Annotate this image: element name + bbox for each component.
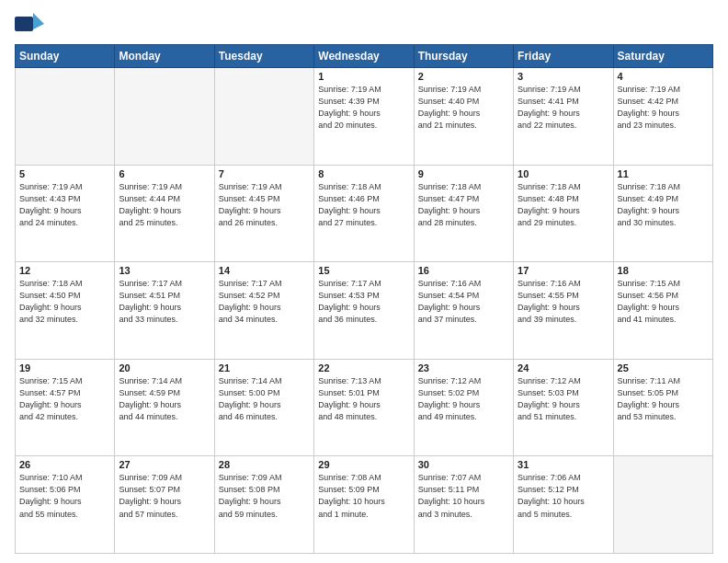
day-number: 22 bbox=[318, 362, 409, 373]
page-header bbox=[15, 11, 713, 37]
day-number: 29 bbox=[318, 459, 409, 470]
calendar-cell: 5Sunrise: 7:19 AM Sunset: 4:43 PM Daylig… bbox=[16, 165, 115, 262]
day-info: Sunrise: 7:18 AM Sunset: 4:46 PM Dayligh… bbox=[318, 181, 409, 229]
calendar-cell: 8Sunrise: 7:18 AM Sunset: 4:46 PM Daylig… bbox=[314, 165, 414, 262]
calendar-header-row: SundayMondayTuesdayWednesdayThursdayFrid… bbox=[16, 45, 713, 68]
weekday-header-sunday: Sunday bbox=[16, 45, 115, 68]
day-number: 25 bbox=[618, 362, 709, 373]
calendar-cell: 28Sunrise: 7:09 AM Sunset: 5:08 PM Dayli… bbox=[214, 456, 313, 554]
calendar-cell: 20Sunrise: 7:14 AM Sunset: 4:59 PM Dayli… bbox=[115, 359, 214, 456]
day-info: Sunrise: 7:16 AM Sunset: 4:55 PM Dayligh… bbox=[518, 278, 609, 326]
calendar-cell: 24Sunrise: 7:12 AM Sunset: 5:03 PM Dayli… bbox=[514, 359, 613, 456]
day-number: 27 bbox=[119, 459, 210, 470]
day-info: Sunrise: 7:19 AM Sunset: 4:43 PM Dayligh… bbox=[19, 181, 110, 229]
calendar-cell bbox=[214, 68, 313, 166]
calendar-cell bbox=[16, 68, 115, 166]
calendar-cell: 2Sunrise: 7:19 AM Sunset: 4:40 PM Daylig… bbox=[414, 68, 513, 166]
day-info: Sunrise: 7:19 AM Sunset: 4:45 PM Dayligh… bbox=[219, 181, 310, 229]
svg-marker-1 bbox=[33, 13, 44, 29]
calendar-cell bbox=[613, 456, 712, 554]
logo-icon bbox=[15, 11, 44, 37]
calendar-cell: 10Sunrise: 7:18 AM Sunset: 4:48 PM Dayli… bbox=[514, 165, 613, 262]
calendar-week-row: 12Sunrise: 7:18 AM Sunset: 4:50 PM Dayli… bbox=[16, 262, 713, 360]
calendar-week-row: 5Sunrise: 7:19 AM Sunset: 4:43 PM Daylig… bbox=[16, 165, 713, 262]
day-info: Sunrise: 7:12 AM Sunset: 5:02 PM Dayligh… bbox=[418, 375, 509, 423]
day-number: 19 bbox=[19, 362, 110, 373]
calendar-cell: 26Sunrise: 7:10 AM Sunset: 5:06 PM Dayli… bbox=[16, 456, 115, 554]
calendar-body: 1Sunrise: 7:19 AM Sunset: 4:39 PM Daylig… bbox=[16, 68, 713, 554]
calendar-cell: 18Sunrise: 7:15 AM Sunset: 4:56 PM Dayli… bbox=[613, 262, 712, 360]
calendar-cell: 31Sunrise: 7:06 AM Sunset: 5:12 PM Dayli… bbox=[514, 456, 613, 554]
weekday-header-friday: Friday bbox=[514, 45, 613, 68]
day-number: 15 bbox=[318, 265, 409, 276]
weekday-header-saturday: Saturday bbox=[613, 45, 712, 68]
day-info: Sunrise: 7:19 AM Sunset: 4:40 PM Dayligh… bbox=[418, 84, 509, 132]
day-info: Sunrise: 7:19 AM Sunset: 4:39 PM Dayligh… bbox=[318, 84, 409, 132]
day-info: Sunrise: 7:18 AM Sunset: 4:47 PM Dayligh… bbox=[418, 181, 509, 229]
svg-rect-0 bbox=[15, 17, 33, 31]
day-number: 1 bbox=[318, 71, 409, 82]
day-number: 24 bbox=[518, 362, 609, 373]
day-info: Sunrise: 7:19 AM Sunset: 4:41 PM Dayligh… bbox=[518, 84, 609, 132]
calendar-cell: 30Sunrise: 7:07 AM Sunset: 5:11 PM Dayli… bbox=[414, 456, 513, 554]
day-info: Sunrise: 7:09 AM Sunset: 5:08 PM Dayligh… bbox=[219, 472, 310, 520]
day-number: 3 bbox=[518, 71, 609, 82]
day-number: 14 bbox=[219, 265, 310, 276]
day-info: Sunrise: 7:18 AM Sunset: 4:49 PM Dayligh… bbox=[618, 181, 709, 229]
calendar-week-row: 1Sunrise: 7:19 AM Sunset: 4:39 PM Daylig… bbox=[16, 68, 713, 166]
calendar-cell: 25Sunrise: 7:11 AM Sunset: 5:05 PM Dayli… bbox=[613, 359, 712, 456]
day-number: 2 bbox=[418, 71, 509, 82]
day-info: Sunrise: 7:14 AM Sunset: 4:59 PM Dayligh… bbox=[119, 375, 210, 423]
day-number: 7 bbox=[219, 168, 310, 179]
day-number: 16 bbox=[418, 265, 509, 276]
day-number: 5 bbox=[19, 168, 110, 179]
day-info: Sunrise: 7:19 AM Sunset: 4:42 PM Dayligh… bbox=[618, 84, 709, 132]
calendar-page: SundayMondayTuesdayWednesdayThursdayFrid… bbox=[0, 0, 728, 563]
calendar-cell: 29Sunrise: 7:08 AM Sunset: 5:09 PM Dayli… bbox=[314, 456, 414, 554]
calendar-cell: 12Sunrise: 7:18 AM Sunset: 4:50 PM Dayli… bbox=[16, 262, 115, 360]
day-number: 6 bbox=[119, 168, 210, 179]
calendar-cell: 16Sunrise: 7:16 AM Sunset: 4:54 PM Dayli… bbox=[414, 262, 513, 360]
day-number: 9 bbox=[418, 168, 509, 179]
day-number: 12 bbox=[19, 265, 110, 276]
calendar-cell: 21Sunrise: 7:14 AM Sunset: 5:00 PM Dayli… bbox=[214, 359, 313, 456]
calendar-cell: 22Sunrise: 7:13 AM Sunset: 5:01 PM Dayli… bbox=[314, 359, 414, 456]
day-number: 26 bbox=[19, 459, 110, 470]
day-info: Sunrise: 7:13 AM Sunset: 5:01 PM Dayligh… bbox=[318, 375, 409, 423]
day-info: Sunrise: 7:10 AM Sunset: 5:06 PM Dayligh… bbox=[19, 472, 110, 520]
calendar-week-row: 26Sunrise: 7:10 AM Sunset: 5:06 PM Dayli… bbox=[16, 456, 713, 554]
day-info: Sunrise: 7:17 AM Sunset: 4:52 PM Dayligh… bbox=[219, 278, 310, 326]
day-number: 11 bbox=[618, 168, 709, 179]
day-info: Sunrise: 7:08 AM Sunset: 5:09 PM Dayligh… bbox=[318, 472, 409, 520]
day-number: 10 bbox=[518, 168, 609, 179]
weekday-header-thursday: Thursday bbox=[414, 45, 513, 68]
calendar-cell: 13Sunrise: 7:17 AM Sunset: 4:51 PM Dayli… bbox=[115, 262, 214, 360]
weekday-header-monday: Monday bbox=[115, 45, 214, 68]
day-info: Sunrise: 7:18 AM Sunset: 4:48 PM Dayligh… bbox=[518, 181, 609, 229]
calendar-cell: 3Sunrise: 7:19 AM Sunset: 4:41 PM Daylig… bbox=[514, 68, 613, 166]
weekday-header-tuesday: Tuesday bbox=[214, 45, 313, 68]
day-info: Sunrise: 7:07 AM Sunset: 5:11 PM Dayligh… bbox=[418, 472, 509, 520]
day-number: 18 bbox=[618, 265, 709, 276]
calendar-week-row: 19Sunrise: 7:15 AM Sunset: 4:57 PM Dayli… bbox=[16, 359, 713, 456]
calendar-cell: 17Sunrise: 7:16 AM Sunset: 4:55 PM Dayli… bbox=[514, 262, 613, 360]
day-number: 8 bbox=[318, 168, 409, 179]
day-info: Sunrise: 7:18 AM Sunset: 4:50 PM Dayligh… bbox=[19, 278, 110, 326]
day-number: 28 bbox=[219, 459, 310, 470]
day-info: Sunrise: 7:14 AM Sunset: 5:00 PM Dayligh… bbox=[219, 375, 310, 423]
calendar-cell: 15Sunrise: 7:17 AM Sunset: 4:53 PM Dayli… bbox=[314, 262, 414, 360]
calendar-cell: 1Sunrise: 7:19 AM Sunset: 4:39 PM Daylig… bbox=[314, 68, 414, 166]
day-number: 4 bbox=[618, 71, 709, 82]
logo bbox=[15, 11, 48, 37]
day-info: Sunrise: 7:15 AM Sunset: 4:56 PM Dayligh… bbox=[618, 278, 709, 326]
day-number: 30 bbox=[418, 459, 509, 470]
day-info: Sunrise: 7:12 AM Sunset: 5:03 PM Dayligh… bbox=[518, 375, 609, 423]
day-info: Sunrise: 7:19 AM Sunset: 4:44 PM Dayligh… bbox=[119, 181, 210, 229]
day-number: 20 bbox=[119, 362, 210, 373]
day-number: 13 bbox=[119, 265, 210, 276]
day-info: Sunrise: 7:17 AM Sunset: 4:53 PM Dayligh… bbox=[318, 278, 409, 326]
calendar-cell: 9Sunrise: 7:18 AM Sunset: 4:47 PM Daylig… bbox=[414, 165, 513, 262]
day-info: Sunrise: 7:06 AM Sunset: 5:12 PM Dayligh… bbox=[518, 472, 609, 520]
calendar-cell: 19Sunrise: 7:15 AM Sunset: 4:57 PM Dayli… bbox=[16, 359, 115, 456]
day-number: 31 bbox=[518, 459, 609, 470]
